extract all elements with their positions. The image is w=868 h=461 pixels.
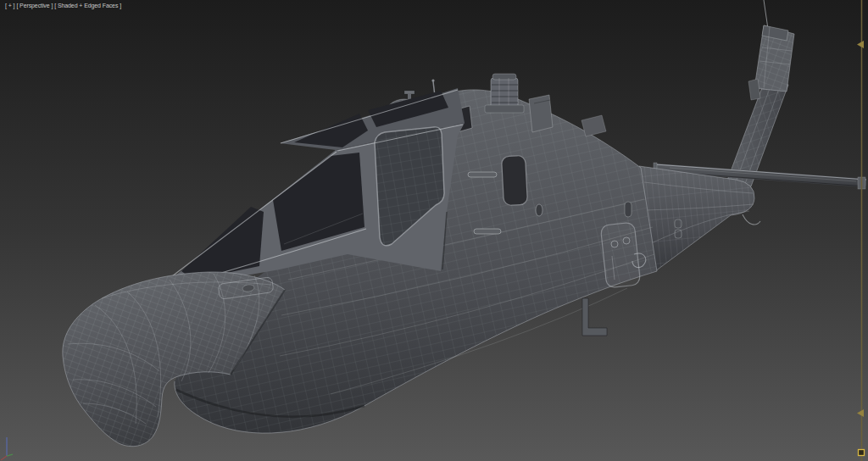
viewport-menu-general[interactable]: [ + ] — [5, 3, 14, 8]
viewport-label: [ + ][ Perspective ][ Shaded + Edged Fac… — [5, 3, 123, 8]
fuselage-port — [536, 204, 542, 216]
deck-angled-plate — [529, 95, 553, 132]
side-capsule — [625, 202, 632, 217]
grab-handle-lower — [474, 229, 501, 234]
rail-resize-handle[interactable] — [859, 450, 865, 456]
side-window — [502, 155, 528, 205]
viewport-menu-shading[interactable]: [ Shaded + Edged Faces ] — [54, 3, 121, 8]
rotor-mast[interactable] — [485, 74, 524, 113]
scene-3d[interactable] — [0, 0, 868, 461]
viewport[interactable]: [ + ][ Perspective ][ Shaded + Edged Fac… — [0, 0, 868, 461]
viewport-menu-pov[interactable]: [ Perspective ] — [16, 3, 53, 8]
access-door-panel — [600, 222, 641, 288]
grab-handle-upper — [468, 172, 497, 177]
